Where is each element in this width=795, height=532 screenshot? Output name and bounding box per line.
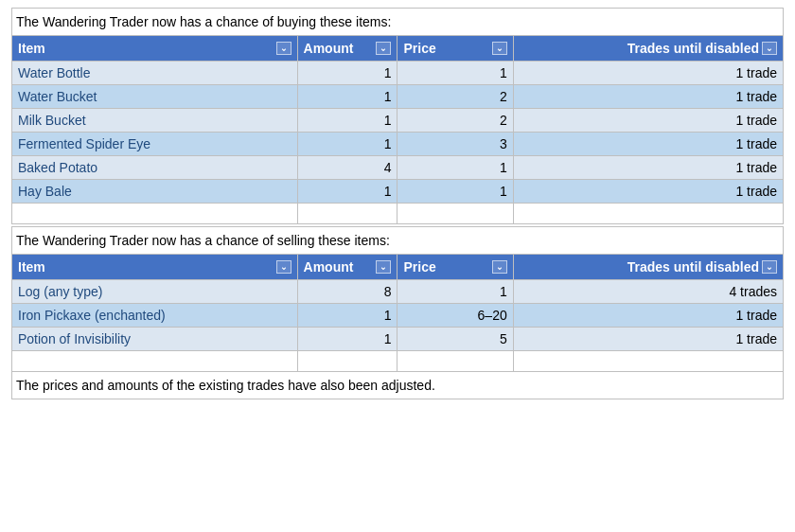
selling-empty-1	[297, 351, 398, 372]
selling-empty-row	[12, 351, 784, 372]
selling-row-2: Potion of Invisibility 1 5 1 trade	[12, 328, 784, 351]
selling-empty-2	[398, 351, 513, 372]
selling-empty-3	[513, 351, 783, 372]
selling-trades-label: Trades until disabled	[627, 259, 759, 275]
buying-empty-3	[513, 204, 783, 224]
buying-item-dropdown[interactable]: ⌄	[276, 42, 292, 55]
buying-empty-0	[12, 204, 298, 224]
selling-col-price-flex: Price ⌄	[403, 259, 506, 275]
buying-col-price-flex: Price ⌄	[403, 41, 506, 56]
buying-item-4: Baked Potato	[12, 156, 298, 180]
buying-amount-4: 4	[297, 156, 398, 180]
selling-empty-0	[12, 351, 298, 372]
buying-empty-2	[398, 204, 513, 224]
buying-amount-0: 1	[297, 62, 398, 85]
buying-row-4: Baked Potato 4 1 1 trade	[12, 156, 784, 180]
buying-price-1: 2	[398, 85, 513, 109]
selling-price-1: 6–20	[398, 304, 513, 328]
buying-price-5: 1	[398, 180, 513, 204]
selling-amount-0: 8	[297, 280, 398, 304]
selling-price-2: 5	[398, 328, 513, 351]
selling-trades-1: 1 trade	[513, 304, 783, 328]
buying-price-label: Price	[403, 41, 435, 56]
buying-table: The Wandering Trader now has a chance of…	[11, 8, 784, 224]
spreadsheet-container: The Wandering Trader now has a chance of…	[0, 0, 795, 409]
selling-amount-label: Amount	[304, 259, 354, 275]
buying-item-5: Hay Bale	[12, 180, 298, 204]
selling-row-1: Iron Pickaxe (enchanted) 1 6–20 1 trade	[12, 304, 784, 328]
selling-intro-row: The Wandering Trader now has a chance of…	[12, 227, 784, 255]
footer-row: The prices and amounts of the existing t…	[12, 372, 784, 399]
selling-intro-cell: The Wandering Trader now has a chance of…	[12, 227, 784, 255]
buying-col-item: Item ⌄	[12, 36, 298, 62]
buying-trades-2: 1 trade	[513, 109, 783, 133]
buying-trades-4: 1 trade	[513, 156, 783, 180]
buying-price-2: 2	[398, 109, 513, 133]
selling-item-dropdown[interactable]: ⌄	[276, 260, 292, 274]
selling-amount-1: 1	[297, 304, 398, 328]
buying-intro-text: The Wandering Trader now has a chance of…	[16, 14, 391, 29]
selling-col-price: Price ⌄	[398, 255, 513, 280]
selling-price-dropdown[interactable]: ⌄	[492, 260, 507, 274]
buying-amount-3: 1	[297, 133, 398, 156]
buying-amount-label: Amount	[304, 41, 354, 56]
buying-item-3: Fermented Spider Eye	[12, 133, 298, 156]
buying-amount-dropdown[interactable]: ⌄	[376, 42, 391, 55]
selling-item-1: Iron Pickaxe (enchanted)	[12, 304, 298, 328]
selling-item-2: Potion of Invisibility	[12, 328, 298, 351]
selling-trades-dropdown[interactable]: ⌄	[762, 260, 777, 274]
buying-trades-1: 1 trade	[513, 85, 783, 109]
buying-empty-1	[297, 204, 398, 224]
buying-empty-row	[12, 204, 784, 224]
selling-amount-dropdown[interactable]: ⌄	[376, 260, 391, 274]
buying-header-row: Item ⌄ Amount ⌄ Price ⌄ Trades until dis…	[12, 36, 784, 62]
buying-item-2: Milk Bucket	[12, 109, 298, 133]
buying-col-trades: Trades until disabled ⌄	[513, 36, 783, 62]
selling-item-0: Log (any type)	[12, 280, 298, 304]
selling-table: The Wandering Trader now has a chance of…	[11, 226, 784, 399]
buying-row-0: Water Bottle 1 1 1 trade	[12, 62, 784, 85]
selling-intro-text: The Wandering Trader now has a chance of…	[16, 233, 390, 248]
selling-col-amount: Amount ⌄	[297, 255, 398, 280]
buying-col-item-flex: Item ⌄	[18, 41, 292, 56]
selling-amount-2: 1	[297, 328, 398, 351]
selling-col-amount-flex: Amount ⌄	[304, 259, 392, 275]
buying-intro-row: The Wandering Trader now has a chance of…	[12, 9, 784, 36]
selling-col-item-flex: Item ⌄	[18, 259, 292, 275]
buying-amount-5: 1	[297, 180, 398, 204]
buying-trades-0: 1 trade	[513, 62, 783, 85]
buying-trades-dropdown[interactable]: ⌄	[762, 42, 777, 55]
selling-trades-2: 1 trade	[513, 328, 783, 351]
selling-price-0: 1	[398, 280, 513, 304]
selling-item-label: Item	[18, 259, 45, 275]
buying-col-amount: Amount ⌄	[297, 36, 398, 62]
buying-trades-label: Trades until disabled	[627, 41, 759, 56]
buying-amount-2: 1	[297, 109, 398, 133]
selling-price-label: Price	[403, 259, 435, 275]
buying-row-3: Fermented Spider Eye 1 3 1 trade	[12, 133, 784, 156]
buying-trades-5: 1 trade	[513, 180, 783, 204]
buying-item-0: Water Bottle	[12, 62, 298, 85]
buying-price-dropdown[interactable]: ⌄	[492, 42, 507, 55]
buying-col-amount-flex: Amount ⌄	[304, 41, 392, 56]
buying-col-trades-flex: Trades until disabled ⌄	[520, 41, 777, 56]
buying-price-4: 1	[398, 156, 513, 180]
buying-price-3: 3	[398, 133, 513, 156]
selling-header-row: Item ⌄ Amount ⌄ Price ⌄ Trades until dis…	[12, 255, 784, 280]
selling-col-trades: Trades until disabled ⌄	[513, 255, 783, 280]
buying-trades-3: 1 trade	[513, 133, 783, 156]
selling-trades-0: 4 trades	[513, 280, 783, 304]
buying-price-0: 1	[398, 62, 513, 85]
selling-row-0: Log (any type) 8 1 4 trades	[12, 280, 784, 304]
footer-text: The prices and amounts of the existing t…	[16, 378, 435, 393]
selling-col-item: Item ⌄	[12, 255, 298, 280]
buying-amount-1: 1	[297, 85, 398, 109]
footer-cell: The prices and amounts of the existing t…	[12, 372, 784, 399]
selling-col-trades-flex: Trades until disabled ⌄	[520, 259, 777, 275]
buying-item-1: Water Bucket	[12, 85, 298, 109]
buying-col-price: Price ⌄	[398, 36, 513, 62]
buying-row-2: Milk Bucket 1 2 1 trade	[12, 109, 784, 133]
buying-row-1: Water Bucket 1 2 1 trade	[12, 85, 784, 109]
buying-row-5: Hay Bale 1 1 1 trade	[12, 180, 784, 204]
buying-intro-cell: The Wandering Trader now has a chance of…	[12, 9, 784, 36]
